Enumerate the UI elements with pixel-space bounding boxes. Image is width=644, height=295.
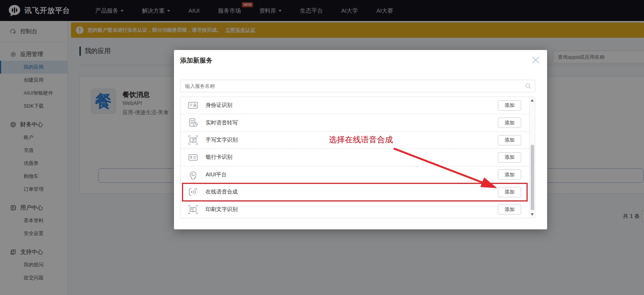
handwriting-ocr-icon <box>187 134 199 146</box>
add-button[interactable]: 添加 <box>498 152 521 163</box>
service-name: 身份证识别 <box>206 102 232 109</box>
head-profile-icon <box>187 169 199 181</box>
scrollbar-thumb[interactable] <box>531 145 534 210</box>
service-row: AIUI平台 添加 <box>180 166 529 184</box>
bank-card-icon <box>187 152 199 163</box>
print-ocr-icon <box>187 204 199 215</box>
service-row: 手写文字识别 添加 <box>180 132 529 149</box>
service-search-box <box>180 80 535 92</box>
service-row-online-tts: 在线语音合成 添加 <box>180 184 529 201</box>
id-card-icon <box>187 100 199 111</box>
service-row: 银行卡识别 添加 <box>180 149 529 166</box>
scroll-down-icon[interactable] <box>531 213 534 216</box>
add-button[interactable]: 添加 <box>498 204 521 214</box>
service-name: 实时语音转写 <box>206 119 238 126</box>
list-scrollbar[interactable] <box>529 97 535 218</box>
service-list: 身份证识别 添加 实时语音转写 添加 手写文字识别 添加 <box>180 97 535 218</box>
service-row: 身份证识别 添加 <box>180 97 529 114</box>
speech-synthesis-icon <box>187 186 199 198</box>
realtime-transcription-icon <box>187 117 199 129</box>
search-icon <box>525 83 531 89</box>
service-row: 实时语音转写 添加 <box>180 114 529 131</box>
service-name: 在线语音合成 <box>206 189 238 195</box>
service-name: 银行卡识别 <box>206 154 232 161</box>
service-name: AIUI平台 <box>206 171 227 178</box>
close-icon[interactable] <box>531 55 540 64</box>
service-row: 印刷文字识别 添加 <box>180 201 529 218</box>
service-name: 印刷文字识别 <box>206 206 238 213</box>
service-name: 手写文字识别 <box>206 137 238 143</box>
modal-title: 添加新服务 <box>180 56 213 65</box>
add-button[interactable]: 添加 <box>498 100 521 111</box>
add-service-modal: 添加新服务 身份证识别 添加 实时语音转写 添加 <box>174 50 547 229</box>
scroll-up-icon[interactable] <box>531 99 534 102</box>
add-button-online-tts[interactable]: 添加 <box>498 187 521 197</box>
add-button[interactable]: 添加 <box>498 169 521 180</box>
add-button[interactable]: 添加 <box>498 118 521 128</box>
service-search-input[interactable] <box>180 80 535 92</box>
add-button[interactable]: 添加 <box>498 135 521 145</box>
